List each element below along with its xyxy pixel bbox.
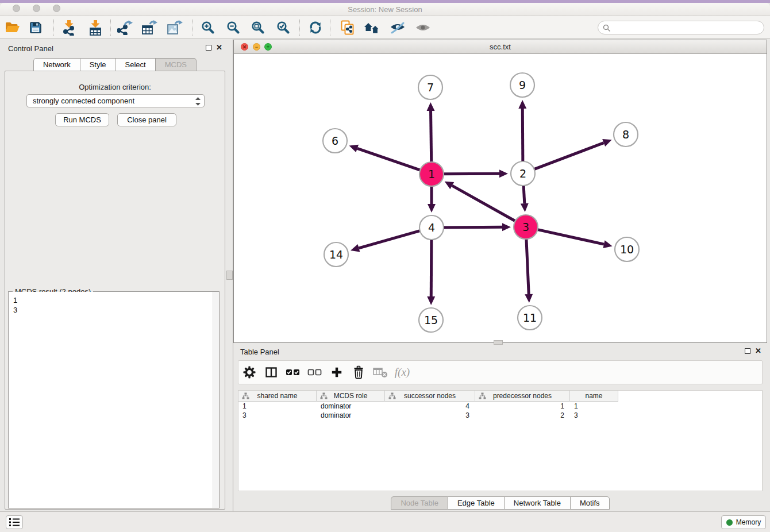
graph-edge-1-4[interactable]: [428, 186, 436, 213]
tab-edge-table[interactable]: Edge Table: [448, 496, 505, 510]
create-column-button[interactable]: [326, 362, 348, 383]
tab-style[interactable]: Style: [80, 58, 116, 71]
graph-edge-1-2[interactable]: [443, 169, 508, 178]
deselect-all-rows-button[interactable]: [304, 362, 326, 383]
run-mcds-button[interactable]: Run MCDS: [55, 113, 109, 126]
import-network-button[interactable]: [59, 18, 79, 37]
graph-edge-3-1[interactable]: [445, 182, 516, 221]
column-header-predecessor-nodes[interactable]: predecessor nodes: [475, 391, 570, 402]
open-session-button[interactable]: [2, 18, 23, 37]
import-table-icon: [88, 20, 102, 36]
zoom-out-button[interactable]: [223, 18, 244, 37]
graph-node-7[interactable]: 7: [418, 75, 442, 99]
graph-edge-2-3[interactable]: [521, 185, 529, 212]
graph-edge-4-15[interactable]: [427, 239, 435, 305]
toolbar-separator: [299, 20, 300, 36]
splitter-handle[interactable]: [226, 271, 233, 280]
column-header-successor-nodes[interactable]: successor nodes: [385, 391, 475, 402]
network-canvas[interactable]: 7968124314101511: [234, 54, 767, 342]
graph-edge-2-8[interactable]: [534, 139, 612, 169]
save-session-button[interactable]: [25, 18, 46, 37]
float-table-panel-icon[interactable]: [745, 348, 750, 354]
graph-node-15[interactable]: 15: [419, 308, 443, 332]
cell-predecessor-nodes[interactable]: 1: [475, 402, 570, 411]
graph-edge-2-9[interactable]: [518, 100, 526, 162]
select-all-rows-button[interactable]: [282, 362, 304, 383]
table-header-row: shared name MCDS role: [238, 391, 762, 402]
delete-table-button[interactable]: [369, 362, 391, 383]
graph-node-10[interactable]: 10: [615, 237, 639, 261]
cell-name[interactable]: 1: [570, 402, 618, 411]
network-graph[interactable]: 7968124314101511: [234, 54, 767, 342]
mcds-panel: Optimization criterion: strongly connect…: [5, 71, 225, 510]
graph-edge-3-10[interactable]: [537, 229, 613, 248]
window-title: Session: New Session: [0, 3, 770, 16]
column-header-mcds-role[interactable]: MCDS role: [317, 391, 385, 402]
search-input[interactable]: [614, 22, 758, 33]
function-builder-button[interactable]: f(x): [391, 362, 413, 383]
hide-graphics-details-button[interactable]: [387, 18, 408, 37]
cell-mcds-role[interactable]: dominator: [317, 402, 385, 411]
graph-edge-4-14[interactable]: [351, 230, 421, 252]
close-panel-icon[interactable]: ✕: [216, 44, 222, 51]
show-graphics-details-button[interactable]: [413, 18, 433, 37]
graph-node-8[interactable]: 8: [614, 122, 638, 147]
delete-columns-button[interactable]: [348, 362, 369, 383]
tab-motifs[interactable]: Motifs: [571, 496, 610, 510]
graph-node-6[interactable]: 6: [323, 129, 347, 153]
zoom-in-button[interactable]: [198, 18, 218, 37]
content-area: Control Panel ✕ Network Style Select MCD…: [0, 39, 770, 511]
result-scrollbar[interactable]: [213, 292, 219, 508]
graph-node-1[interactable]: 1: [419, 162, 444, 186]
table-panel-tabs: Node Table Edge Table Network Table Moti…: [233, 496, 767, 510]
graph-node-3[interactable]: 3: [514, 215, 538, 239]
mcds-result-textarea[interactable]: 1 3: [9, 292, 213, 508]
graph-node-11[interactable]: 11: [518, 306, 542, 330]
cell-name[interactable]: 3: [570, 411, 618, 420]
task-history-button[interactable]: [6, 515, 23, 529]
graph-node-2[interactable]: 2: [511, 161, 535, 186]
table-row[interactable]: 1 dominator 4 1 1: [238, 402, 762, 411]
cell-shared-name[interactable]: 3: [238, 411, 317, 420]
cell-shared-name[interactable]: 1: [238, 402, 317, 411]
duplicate-network-button[interactable]: [337, 18, 357, 37]
column-header-shared-name[interactable]: shared name: [238, 391, 317, 402]
show-network-overview-button[interactable]: [362, 18, 383, 37]
graph-node-9[interactable]: 9: [510, 73, 534, 97]
tab-network-table[interactable]: Network Table: [505, 496, 571, 510]
float-panel-icon[interactable]: [206, 45, 211, 51]
svg-text:1: 1: [428, 168, 435, 180]
zoom-selected-button[interactable]: [273, 18, 294, 37]
table-row[interactable]: 3 dominator 3 2 3: [238, 411, 762, 420]
cell-successor-nodes[interactable]: 4: [385, 402, 475, 411]
toggle-column-panel-button[interactable]: [260, 362, 282, 383]
export-image-button[interactable]: [165, 18, 186, 37]
zoom-fit-button[interactable]: [248, 18, 268, 37]
close-table-panel-icon[interactable]: ✕: [755, 348, 761, 354]
graph-edge-3-11[interactable]: [525, 238, 533, 303]
cell-predecessor-nodes[interactable]: 2: [475, 411, 570, 420]
graph-edge-1-7[interactable]: [427, 102, 435, 163]
apply-layout-button[interactable]: [305, 18, 326, 37]
optimization-criterion-dropdown[interactable]: strongly connected component: [26, 94, 205, 107]
memory-button[interactable]: Memory: [721, 515, 766, 529]
graph-edge-4-3[interactable]: [443, 223, 511, 231]
tab-node-table[interactable]: Node Table: [391, 496, 448, 510]
app-titlebar: Session: New Session: [0, 3, 770, 16]
cell-mcds-role[interactable]: dominator: [317, 411, 385, 420]
svg-text:11: 11: [523, 311, 537, 324]
control-panel-title: Control Panel: [8, 44, 53, 53]
import-table-button[interactable]: [85, 18, 106, 37]
column-header-name[interactable]: name: [570, 391, 618, 402]
tab-network[interactable]: Network: [33, 58, 80, 71]
graph-node-14[interactable]: 14: [324, 242, 348, 267]
tab-select[interactable]: Select: [116, 58, 156, 71]
graph-edge-1-6[interactable]: [349, 145, 421, 171]
table-settings-button[interactable]: [238, 362, 260, 383]
close-panel-button[interactable]: Close panel: [117, 113, 176, 126]
tab-mcds[interactable]: MCDS: [156, 58, 197, 71]
export-table-button[interactable]: [140, 18, 160, 37]
export-network-button[interactable]: [115, 18, 136, 37]
cell-successor-nodes[interactable]: 3: [385, 411, 475, 420]
graph-node-4[interactable]: 4: [419, 215, 444, 240]
